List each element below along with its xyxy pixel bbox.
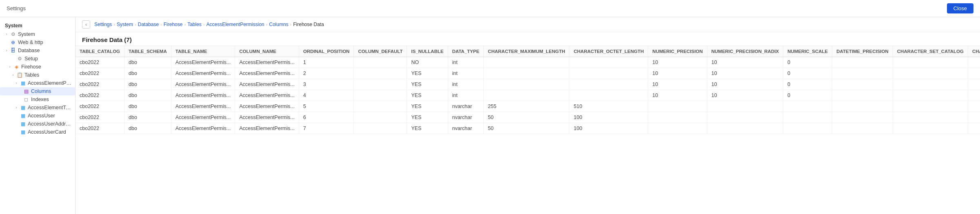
col-num-scale: NUMERIC_SCALE xyxy=(783,46,832,57)
table-cell: cbo2022 xyxy=(76,68,124,79)
table-cell: AccessElementPermis... xyxy=(235,57,299,68)
bc-firehose[interactable]: Firehose xyxy=(164,22,183,27)
table-cell: 10 xyxy=(707,68,783,79)
sidebar-item-web[interactable]: ⊕ Web & http xyxy=(0,38,75,46)
sidebar-item-tables[interactable]: › 📋 Tables xyxy=(0,71,75,79)
table-icon: ▦ xyxy=(20,121,26,127)
table-cell: 10 xyxy=(648,90,707,101)
sidebar-item-accessusercard[interactable]: ▦ AccessUserCard xyxy=(0,128,75,136)
sidebar-item-label: AccessUser xyxy=(28,113,55,119)
col-data-type: DATA_TYPE xyxy=(448,46,484,57)
table-cell: YES xyxy=(407,68,448,79)
table-cell xyxy=(832,79,893,90)
sidebar-item-label: AccessElementPermission xyxy=(28,80,72,86)
sidebar-item-setup[interactable]: ⚙ Setup xyxy=(0,55,75,63)
sidebar-item-indexes[interactable]: ◻ Indexes xyxy=(0,95,75,104)
chevron-icon: › xyxy=(3,49,10,53)
bc-current: Firehose Data xyxy=(293,22,324,27)
sidebar-item-system[interactable]: › ⚙ System xyxy=(0,30,75,38)
table-cell xyxy=(968,101,980,112)
main-layout: System › ⚙ System ⊕ Web & http › 🗄 Datab… xyxy=(0,17,980,214)
table-cell xyxy=(354,112,407,123)
col-char-max-len: CHARACTER_MAXIMUM_LENGTH xyxy=(484,46,569,57)
table-cell xyxy=(484,57,569,68)
table-cell xyxy=(569,90,648,101)
table-cell: dbo xyxy=(124,68,171,79)
table-icon: ▦ xyxy=(20,129,26,135)
sidebar-item-accessuser[interactable]: ▦ AccessUser xyxy=(0,112,75,120)
table-cell xyxy=(832,57,893,68)
table-cell xyxy=(648,112,707,123)
table-cell: AccessElementPermis... xyxy=(171,68,235,79)
table-cell: nvarchar xyxy=(448,112,484,123)
table-cell xyxy=(783,123,832,134)
col-column-default: COLUMN_DEFAULT xyxy=(354,46,407,57)
bc-database[interactable]: Database xyxy=(138,22,159,27)
bc-columns[interactable]: Columns xyxy=(269,22,288,27)
table-cell: 10 xyxy=(707,57,783,68)
table-cell: 5 xyxy=(299,101,354,112)
col-table-schema: TABLE_SCHEMA xyxy=(124,46,171,57)
table-cell: AccessElementPermis... xyxy=(171,112,235,123)
table-cell xyxy=(354,79,407,90)
table-cell: AccessElementPermis... xyxy=(171,57,235,68)
sidebar-item-label: AccessUserCard xyxy=(28,129,66,135)
table-row: cbo2022dboAccessElementPermis...AccessEl… xyxy=(76,112,980,123)
close-button[interactable]: Close xyxy=(947,3,973,13)
table-cell: dbo xyxy=(124,57,171,68)
table-cell xyxy=(354,90,407,101)
table-cell xyxy=(484,79,569,90)
sidebar: System › ⚙ System ⊕ Web & http › 🗄 Datab… xyxy=(0,17,76,214)
bc-settings[interactable]: Settings xyxy=(94,22,112,27)
table-cell xyxy=(707,112,783,123)
sidebar-item-label: Firehose xyxy=(21,64,41,70)
sidebar-item-firehose[interactable]: › ◈ Firehose xyxy=(0,63,75,71)
data-table: TABLE_CATALOG TABLE_SCHEMA TABLE_NAME CO… xyxy=(76,46,980,134)
table-cell: cbo2022 xyxy=(76,123,124,134)
chevron-icon: › xyxy=(3,32,10,36)
table-cell: nvarchar xyxy=(448,101,484,112)
bc-system[interactable]: System xyxy=(117,22,133,27)
table-cell xyxy=(968,68,980,79)
sidebar-item-label: Tables xyxy=(24,72,39,78)
col-char-octet-len: CHARACTER_OCTET_LENGTH xyxy=(569,46,648,57)
sidebar-item-accessuseraddress[interactable]: ▦ AccessUserAddress xyxy=(0,120,75,128)
table-cell: cbo2022 xyxy=(76,101,124,112)
app-title: Settings xyxy=(7,5,26,11)
table-cell: 1 xyxy=(299,57,354,68)
table-cell xyxy=(968,90,980,101)
sep-icon: › xyxy=(266,22,268,27)
page-title: Firehose Data (7) xyxy=(76,32,980,46)
table-cell xyxy=(648,101,707,112)
web-icon: ⊕ xyxy=(10,40,16,45)
table-row: cbo2022dboAccessElementPermis...AccessEl… xyxy=(76,57,980,68)
table-cell xyxy=(354,68,407,79)
back-button[interactable]: ‹ xyxy=(82,20,90,29)
table-cell: dbo xyxy=(124,112,171,123)
table-cell: AccessElementPermis... xyxy=(235,112,299,123)
sidebar-item-database[interactable]: › 🗄 Database xyxy=(0,46,75,55)
sidebar-item-label: Database xyxy=(18,48,40,53)
sidebar-item-aep[interactable]: › ▦ AccessElementPermission xyxy=(0,79,75,87)
firehose-icon: ◈ xyxy=(13,64,20,70)
table-icon: ▦ xyxy=(20,105,26,110)
table-cell: int xyxy=(448,90,484,101)
table-cell: cbo2022 xyxy=(76,79,124,90)
col-num-precision-radix: NUMERIC_PRECISION_RADIX xyxy=(707,46,783,57)
table-icon: ▦ xyxy=(20,113,26,119)
table-cell: 10 xyxy=(707,90,783,101)
table-cell: 7 xyxy=(299,123,354,134)
sidebar-item-columns[interactable]: ▤ Columns xyxy=(0,87,75,95)
table-cell xyxy=(354,57,407,68)
table-cell xyxy=(893,123,968,134)
table-cell: dbo xyxy=(124,101,171,112)
sidebar-item-label: Columns xyxy=(31,88,51,94)
table-cell xyxy=(893,90,968,101)
table-cell: 10 xyxy=(648,57,707,68)
bc-tables[interactable]: Tables xyxy=(187,22,202,27)
sidebar-item-aet[interactable]: › ▦ AccessElementType xyxy=(0,104,75,112)
table-row: cbo2022dboAccessElementPermis...AccessEl… xyxy=(76,79,980,90)
bc-aep[interactable]: AccessElementPermission xyxy=(206,22,264,27)
app-header: Settings Close xyxy=(0,0,980,17)
data-table-container[interactable]: TABLE_CATALOG TABLE_SCHEMA TABLE_NAME CO… xyxy=(76,46,980,214)
